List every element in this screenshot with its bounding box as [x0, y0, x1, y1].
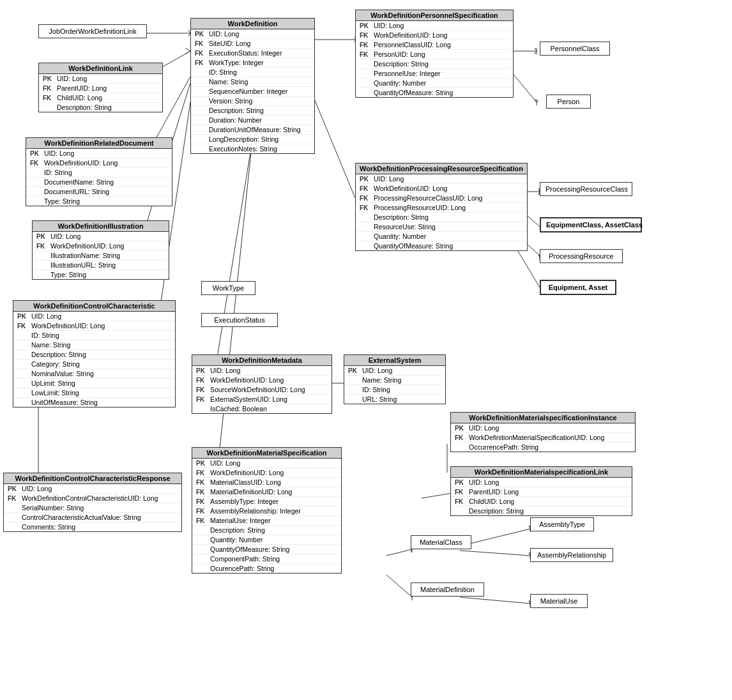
work-definition-link-header: WorkDefinitionLink: [39, 63, 162, 74]
svg-line-4: [185, 48, 190, 51]
table-row: DocumentName: String: [26, 178, 172, 187]
work-definition-body: PKUID: Long FKSiteUID: Long FKExecutionS…: [191, 29, 314, 153]
work-definition-header: WorkDefinition: [191, 19, 314, 29]
table-row: Quantity: Number: [192, 535, 341, 545]
work-definition-personnel-specification-entity: WorkDefinitionPersonnelSpecification PKU…: [355, 10, 514, 98]
svg-line-22: [535, 99, 537, 102]
table-row: UpLimit: String: [13, 379, 175, 388]
svg-line-18: [535, 48, 537, 51]
table-row: FKMaterialDefinitionUID: Long: [192, 487, 341, 497]
table-row: PKUID: Long: [4, 484, 181, 494]
table-row: Quantity: Number: [356, 232, 527, 241]
work-definition-processing-resource-specification-header: WorkDefinitionProcessingResourceSpecific…: [356, 164, 527, 174]
material-use-box: MaterialUse: [530, 594, 588, 608]
table-row: Category: String: [13, 360, 175, 369]
table-row: PKUID: Long: [356, 174, 527, 184]
table-row: FKParentUID: Long: [39, 84, 162, 93]
work-definition-material-specification-instance-header: WorkDefinitionMaterialspecificationInsta…: [451, 413, 635, 423]
assembly-type-box: AssemblyType: [530, 517, 594, 531]
table-row: FKSiteUID: Long: [191, 39, 314, 49]
svg-line-23: [537, 100, 538, 102]
table-row: ID: String: [344, 385, 445, 395]
table-row: FKWorkDefinitionControlCharacteristicUID…: [4, 494, 181, 503]
table-row: PKUID: Long: [13, 312, 175, 321]
table-row: FKExecutionStatus: Integer: [191, 49, 314, 58]
table-row: Description: String: [191, 106, 314, 116]
table-row: PKUID: Long: [192, 459, 341, 468]
table-row: FKWorkType: Integer: [191, 58, 314, 68]
work-definition-personnel-specification-body: PKUID: Long FKWorkDefinitionUID: Long FK…: [356, 21, 513, 97]
table-row: Name: String: [344, 376, 445, 385]
work-definition-processing-resource-specification-entity: WorkDefinitionProcessingResourceSpecific…: [355, 163, 528, 251]
table-row: ComponentPath: String: [192, 554, 341, 564]
table-row: FKChildUID: Long: [39, 93, 162, 103]
table-row: Type: String: [26, 197, 172, 206]
work-definition-metadata-body: PKUID: Long FKWorkDefinitionUID: Long FK…: [192, 366, 332, 413]
material-definition-box: MaterialDefinition: [411, 582, 484, 597]
table-row: URL: String: [344, 395, 445, 404]
work-definition-link-entity: WorkDefinitionLink PKUID: Long FKParentU…: [38, 63, 163, 112]
work-definition-control-characteristic-entity: WorkDefinitionControlCharacteristic PKUI…: [13, 300, 176, 407]
job-order-work-definition-link-box: JobOrderWorkDefinitionLink: [38, 24, 147, 38]
equipment-class-asset-class-box: EquipmentClass, AssetClass: [540, 217, 642, 232]
material-class-box: MaterialClass: [411, 535, 471, 549]
table-row: FKAssemblyType: Integer: [192, 497, 341, 506]
svg-line-5: [185, 51, 190, 54]
table-row: PKUID: Long: [192, 366, 332, 376]
table-row: FKChildUID: Long: [451, 497, 632, 506]
table-row: UnitOfMeasure: String: [13, 398, 175, 407]
table-row: Quantity: Number: [356, 79, 513, 88]
assembly-relationship-box: AssemblyRelationship: [530, 548, 613, 562]
processing-resource-class-box: ProcessingResourceClass: [540, 182, 632, 196]
svg-line-43: [386, 549, 412, 556]
table-row: FKWorkDefinitionUID: Long: [33, 241, 169, 251]
work-definition-control-characteristic-response-entity: WorkDefinitionControlCharacteristicRespo…: [3, 473, 182, 532]
table-row: FKWorkDefinitionUID: Long: [26, 158, 172, 168]
table-row: Description: String: [356, 213, 527, 222]
table-row: ID: String: [191, 68, 314, 77]
table-row: PersonnelUse: Integer: [356, 69, 513, 79]
table-row: FKProcessingResourceUID: Long: [356, 203, 527, 213]
table-row: Description: String: [356, 59, 513, 69]
svg-line-47: [386, 575, 412, 597]
table-row: FKSourceWorkDefinitionUID: Long: [192, 385, 332, 395]
processing-resource-box: ProcessingResource: [540, 249, 623, 263]
diagram-container: JobOrderWorkDefinitionLink WorkDefinitio…: [0, 0, 732, 700]
table-row: PKUID: Long: [191, 29, 314, 39]
table-row: SerialNumber: String: [4, 503, 181, 513]
table-row: SequenceNumber: Integer: [191, 87, 314, 96]
work-definition-control-characteristic-body: PKUID: Long FKWorkDefinitionUID: Long ID…: [13, 312, 175, 407]
work-definition-link-body: PKUID: Long FKParentUID: Long FKChildUID…: [39, 74, 162, 112]
table-row: DurationUnitOfMeasure: String: [191, 125, 314, 135]
work-definition-control-characteristic-response-body: PKUID: Long FKWorkDefinitionControlChara…: [4, 484, 181, 531]
work-definition-related-document-body: PKUID: Long FKWorkDefinitionUID: Long ID…: [26, 149, 172, 206]
svg-line-42: [217, 141, 252, 473]
table-row: FKWorkDefinitionUID: Long: [356, 31, 513, 40]
table-row: PKUID: Long: [451, 478, 632, 487]
table-row: LongDescription: String: [191, 135, 314, 144]
table-row: FKAssemblyRelationship: Integer: [192, 506, 341, 516]
table-row: FKPersonnelClassUID: Long: [356, 40, 513, 50]
work-definition-material-specification-link-body: PKUID: Long FKParentUID: Long FKChildUID…: [451, 478, 632, 515]
table-row: Name: String: [13, 340, 175, 350]
equipment-asset-box: Equipment, Asset: [540, 280, 616, 295]
work-definition-related-document-header: WorkDefinitionRelatedDocument: [26, 138, 172, 149]
work-definition-material-specification-link-header: WorkDefinitionMaterialspecificationLink: [451, 467, 632, 478]
work-definition-material-specification-instance-entity: WorkDefinitionMaterialspecificationInsta…: [450, 412, 636, 452]
work-definition-related-document-entity: WorkDefinitionRelatedDocument PKUID: Lon…: [26, 137, 172, 206]
work-definition-material-specification-body: PKUID: Long FKWorkDefinitionUID: Long FK…: [192, 459, 341, 573]
table-row: FKMaterialClassUID: Long: [192, 478, 341, 487]
table-row: Description: String: [451, 506, 632, 515]
table-row: OccurrencePath: String: [451, 443, 635, 452]
work-type-box: WorkType: [201, 281, 255, 295]
table-row: ExecutionNotes: String: [191, 144, 314, 153]
svg-line-25: [313, 96, 355, 198]
svg-line-8: [156, 102, 190, 332]
table-row: PKUID: Long: [33, 232, 169, 241]
table-row: PKUID: Long: [356, 21, 513, 31]
table-row: ID: String: [26, 168, 172, 178]
svg-line-54: [460, 551, 530, 556]
work-definition-processing-resource-specification-body: PKUID: Long FKWorkDefinitionUID: Long FK…: [356, 174, 527, 250]
external-system-entity: ExternalSystem PKUID: Long Name: String …: [344, 354, 446, 404]
table-row: FKParentUID: Long: [451, 487, 632, 497]
